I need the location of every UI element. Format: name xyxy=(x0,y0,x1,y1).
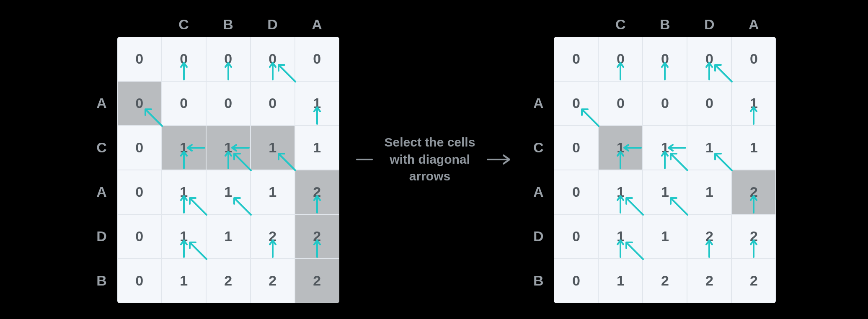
grid-cell: 1 xyxy=(162,214,206,259)
cell-value: 0 xyxy=(269,95,276,111)
col-header: B xyxy=(206,16,251,33)
dp-grid: 000000000101111011120112201222 xyxy=(554,37,776,303)
grid-cell: 0 xyxy=(117,170,162,214)
grid-cell: 0 xyxy=(251,81,295,126)
grid-cell: 2 xyxy=(295,170,339,214)
col-header: A xyxy=(295,16,339,33)
col-header: D xyxy=(687,16,731,33)
cell-value: 1 xyxy=(313,139,321,156)
col-header xyxy=(554,16,598,33)
cell-value: 2 xyxy=(661,273,669,289)
cell-value: 1 xyxy=(269,139,276,156)
cell-value: 0 xyxy=(135,95,143,111)
cell-value: 0 xyxy=(572,228,580,244)
col-header: C xyxy=(598,16,643,33)
grid-cell: 2 xyxy=(731,259,776,303)
grid-cell: 1 xyxy=(643,214,687,259)
cell-value: 0 xyxy=(313,51,321,67)
cell-value: 1 xyxy=(617,273,625,289)
grid-cell: 1 xyxy=(162,170,206,214)
cell-value: 1 xyxy=(224,184,232,200)
cell-value: 2 xyxy=(313,273,321,289)
cell-value: 1 xyxy=(617,228,625,244)
row-header: D xyxy=(529,214,548,259)
cell-value: 0 xyxy=(572,51,580,67)
grid-cell: 0 xyxy=(554,170,598,214)
grid-cell: 0 xyxy=(643,37,687,81)
grid-cell: 0 xyxy=(554,37,598,81)
cell-value: 1 xyxy=(661,184,669,200)
row-header: A xyxy=(92,81,111,126)
grid-cell: 1 xyxy=(295,126,339,170)
grid-cell: 2 xyxy=(206,259,251,303)
cell-value: 0 xyxy=(135,139,143,156)
grid-cell: 0 xyxy=(687,37,731,81)
grid-cell: 0 xyxy=(295,37,339,81)
cell-value: 2 xyxy=(705,228,713,244)
grid-cell: 1 xyxy=(295,81,339,126)
cell-value: 1 xyxy=(180,184,188,200)
dash-icon xyxy=(356,159,373,160)
grid-cell: 0 xyxy=(251,37,295,81)
cell-value: 0 xyxy=(705,95,713,111)
grid-cell: 0 xyxy=(643,81,687,126)
grid-cell: 2 xyxy=(731,170,776,214)
grid-cell: 0 xyxy=(162,81,206,126)
cell-value: 1 xyxy=(705,139,713,156)
cell-value: 0 xyxy=(572,95,580,111)
grid-cell: 2 xyxy=(643,259,687,303)
grid-cell: 0 xyxy=(598,37,643,81)
grid-cell: 1 xyxy=(162,126,206,170)
grid-cell: 1 xyxy=(687,170,731,214)
cell-value: 1 xyxy=(617,139,625,156)
col-header: D xyxy=(251,16,295,33)
grid-cell: 1 xyxy=(687,126,731,170)
transition-caption: Select the cells with diagonal arrows xyxy=(356,134,512,185)
right-matrix-panel: CBDAACADB000000000101111011120112201222 xyxy=(529,16,776,303)
cell-value: 0 xyxy=(661,95,669,111)
cell-value: 0 xyxy=(617,51,625,67)
cell-value: 1 xyxy=(224,228,232,244)
cell-value: 1 xyxy=(617,184,625,200)
grid-cell: 2 xyxy=(731,214,776,259)
row-header: A xyxy=(92,170,111,214)
cell-value: 0 xyxy=(135,184,143,200)
grid-cell: 0 xyxy=(206,37,251,81)
cell-value: 1 xyxy=(180,228,188,244)
grid-cell: 0 xyxy=(117,81,162,126)
row-header xyxy=(92,37,111,81)
cell-value: 1 xyxy=(705,184,713,200)
cell-value: 2 xyxy=(750,184,758,200)
grid-cell: 1 xyxy=(598,170,643,214)
cell-value: 0 xyxy=(224,51,232,67)
grid-cell: 1 xyxy=(598,126,643,170)
caption-text: Select the cells with diagonal arrows xyxy=(385,134,475,185)
col-header xyxy=(117,16,162,33)
cell-value: 0 xyxy=(572,184,580,200)
grid-cell: 1 xyxy=(251,126,295,170)
grid-cell: 1 xyxy=(598,214,643,259)
grid-cell: 1 xyxy=(643,170,687,214)
cell-value: 2 xyxy=(750,228,758,244)
cell-value: 0 xyxy=(135,273,143,289)
cell-value: 0 xyxy=(661,51,669,67)
cell-value: 2 xyxy=(224,273,232,289)
grid-cell: 1 xyxy=(731,126,776,170)
grid-cell: 0 xyxy=(206,81,251,126)
grid-cell: 1 xyxy=(162,259,206,303)
grid-cell: 2 xyxy=(295,214,339,259)
cell-value: 1 xyxy=(661,228,669,244)
arrow-right-icon xyxy=(487,153,512,166)
cell-value: 0 xyxy=(617,95,625,111)
grid-cell: 2 xyxy=(251,259,295,303)
row-header: C xyxy=(529,126,548,170)
cell-value: 1 xyxy=(661,139,669,156)
cell-value: 2 xyxy=(705,273,713,289)
cell-value: 0 xyxy=(705,51,713,67)
col-header: B xyxy=(643,16,687,33)
cell-value: 0 xyxy=(135,228,143,244)
grid-cell: 0 xyxy=(554,214,598,259)
grid-cell: 0 xyxy=(117,259,162,303)
cell-value: 2 xyxy=(750,273,758,289)
cell-value: 2 xyxy=(269,273,276,289)
